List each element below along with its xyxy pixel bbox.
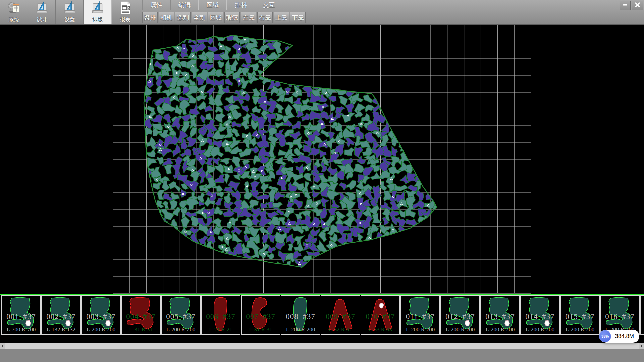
tool-button-0[interactable]: 聚排 <box>142 12 158 23</box>
tool-button-1[interactable]: 相机 <box>159 12 174 23</box>
progress-percent-badge: 38% <box>599 330 611 342</box>
tool-buttons: 聚排相机选割全割区域瑕疵左靠右靠上靠下靠 <box>142 12 306 23</box>
design-ruler-icon <box>35 1 49 15</box>
piece-thumbnail-002_#37[interactable]: 002_#37 L:132 R:132 <box>41 295 81 335</box>
menu-tab-4[interactable]: 交互 <box>255 0 283 10</box>
chevron-left-icon <box>1 344 4 348</box>
piece-lr-label: L:32 R:31 <box>321 326 360 333</box>
menu-tab-0[interactable]: 属性 <box>142 0 170 10</box>
tool-button-3[interactable]: 全割 <box>192 12 207 23</box>
piece-lr-label: L:132 R:132 <box>42 326 80 333</box>
piece-thumbnail-001_#37[interactable]: 001_#37 L:700 R:700 <box>1 295 41 335</box>
piece-name-label: 005_#37 <box>162 312 200 321</box>
status-footer <box>0 349 644 362</box>
nav-button-report[interactable]: 报表 <box>111 0 139 24</box>
piece-name-label: 015_#37 <box>561 312 599 321</box>
menu-tab-2[interactable]: 区域 <box>199 0 227 10</box>
piece-name-label: 009_#37 <box>321 312 360 321</box>
piece-lr-label: L:200 R:200 <box>162 326 200 333</box>
piece-thumbnail-008_#37[interactable]: 008_#37 L:200 R:200 <box>281 295 320 335</box>
tool-button-5[interactable]: 瑕疵 <box>224 12 240 23</box>
memory-status-bubble: 38% 384.8M <box>600 330 639 343</box>
settings-ruler-icon <box>63 1 77 15</box>
scroll-left-button[interactable] <box>0 343 5 349</box>
menu-area: 属性编辑区域排料交互 聚排相机选割全割区域瑕疵左靠右靠上靠下靠 <box>142 0 306 23</box>
piece-name-label: 006_#37 <box>202 312 240 321</box>
tool-button-8[interactable]: 上靠 <box>274 12 289 23</box>
tool-button-2[interactable]: 选割 <box>175 12 191 23</box>
piece-name-label: 013_#37 <box>481 312 519 321</box>
piece-lr-label: L:200 R:200 <box>441 326 479 333</box>
piece-name-label: 008_#37 <box>281 312 320 321</box>
nav-button-settings-ruler[interactable]: 设置 <box>56 0 84 24</box>
application-window: 系统 设计 设置 排版 报表 属性编辑区域排料交互 聚排相机选割全割区域瑕疵左靠… <box>0 0 644 362</box>
memory-usage-label: 384.8M <box>615 333 634 340</box>
piece-thumbnail-006_#37[interactable]: 006_#37 L:21 R:21 <box>201 295 240 335</box>
system-gear-icon <box>7 1 21 15</box>
piece-lr-label: L:200 R:200 <box>281 326 320 333</box>
piece-thumbnail-012_#37[interactable]: 012_#37 L:200 R:200 <box>440 295 480 335</box>
piece-thumbnail-011_#37[interactable]: 011_#37 L:200 R:200 <box>400 295 440 335</box>
nav-button-label: 设置 <box>56 16 83 23</box>
nav-button-design-ruler[interactable]: 设计 <box>28 0 56 24</box>
piece-thumbnail-015_#37[interactable]: 015_#37 L:200 R:200 <box>560 295 600 335</box>
strip-bottom-gap <box>0 336 644 343</box>
piece-thumbnail-016_#37[interactable]: 016_#37 L:200 R:200 <box>600 295 640 335</box>
piece-name-label: 003_#37 <box>82 312 120 321</box>
piece-name-label: 002_#37 <box>42 312 80 321</box>
piece-name-label: 012_#37 <box>441 312 479 321</box>
piece-lr-label: L:31 R:31 <box>241 326 280 333</box>
nav-buttons: 系统 设计 设置 排版 报表 <box>0 0 139 24</box>
piece-thumbnail-007_#37[interactable]: 007_#37 L:31 R:31 <box>241 295 280 335</box>
piece-lr-label: L:31 R:31 <box>122 326 160 333</box>
piece-lr-label: L:200 R:200 <box>401 326 439 333</box>
piece-name-label: 011_#37 <box>401 312 439 321</box>
nav-button-label: 报表 <box>112 16 139 23</box>
menu-tabs: 属性编辑区域排料交互 <box>142 0 306 10</box>
nav-button-label: 系统 <box>0 16 28 23</box>
menu-tab-3[interactable]: 排料 <box>227 0 255 10</box>
piece-name-label: 001_#37 <box>2 312 40 321</box>
piece-lr-label: L:200 R:200 <box>521 326 559 333</box>
piece-thumbnail-017_#37[interactable]: 017_#37 L:200 R:200 <box>640 295 644 335</box>
piece-thumbnail-014_#37[interactable]: 014_#37 L:200 R:200 <box>520 295 560 335</box>
window-controls <box>620 1 643 10</box>
piece-name-label: 016_#37 <box>601 312 639 321</box>
piece-thumbnail-005_#37[interactable]: 005_#37 L:200 R:200 <box>161 295 201 335</box>
tool-button-7[interactable]: 右靠 <box>257 12 273 23</box>
piece-name-label: 017_#37 <box>641 312 644 321</box>
close-button[interactable] <box>632 1 643 10</box>
tool-button-9[interactable]: 下靠 <box>290 12 306 23</box>
piece-lr-label: L:200 R:200 <box>561 326 599 333</box>
piece-lr-label: L:33 R:33 <box>361 326 399 333</box>
nesting-ruler-icon <box>91 1 105 15</box>
piece-lr-label: L:21 R:21 <box>202 326 240 333</box>
tool-button-6[interactable]: 左靠 <box>241 12 256 23</box>
minimize-icon <box>622 2 628 9</box>
piece-thumbnail-009_#37[interactable]: 009_#37 L:32 R:31 <box>321 295 360 335</box>
piece-thumbnail-013_#37[interactable]: 013_#37 L:200 R:200 <box>480 295 520 335</box>
close-icon <box>635 2 640 9</box>
nav-button-nesting-ruler[interactable]: 排版 <box>84 0 111 24</box>
piece-name-label: 014_#37 <box>521 312 559 321</box>
piece-thumbnail-strip: 001_#37 L:700 R:700 002_#37 L:132 R:132 … <box>0 295 644 336</box>
chevron-right-icon <box>640 344 643 348</box>
nav-button-label: 设计 <box>28 16 55 23</box>
top-toolbar: 系统 设计 设置 排版 报表 属性编辑区域排料交互 聚排相机选割全割区域瑕疵左靠… <box>0 0 644 25</box>
progress-percent: 38% <box>601 334 609 338</box>
report-icon <box>118 1 132 15</box>
piece-name-label: 010_#37 <box>361 312 399 321</box>
menu-tab-1[interactable]: 编辑 <box>170 0 199 10</box>
piece-lr-label: L:200 R:200 <box>641 326 644 333</box>
piece-thumbnail-010_#37[interactable]: 010_#37 L:33 R:33 <box>361 295 400 335</box>
piece-thumbnail-004_#37[interactable]: 004_#37 L:31 R:31 <box>121 295 161 335</box>
piece-lr-label: L:700 R:700 <box>2 326 40 333</box>
minimize-button[interactable] <box>620 1 631 10</box>
nav-button-label: 排版 <box>84 16 111 23</box>
horizontal-scrollbar[interactable] <box>0 343 644 349</box>
tool-button-4[interactable]: 区域 <box>208 12 223 23</box>
nav-button-system-gear[interactable]: 系统 <box>0 0 28 24</box>
scroll-right-button[interactable] <box>639 343 644 349</box>
piece-thumbnail-003_#37[interactable]: 003_#37 L:200 R:200 <box>81 295 121 335</box>
piece-name-label: 004_#37 <box>122 312 160 321</box>
